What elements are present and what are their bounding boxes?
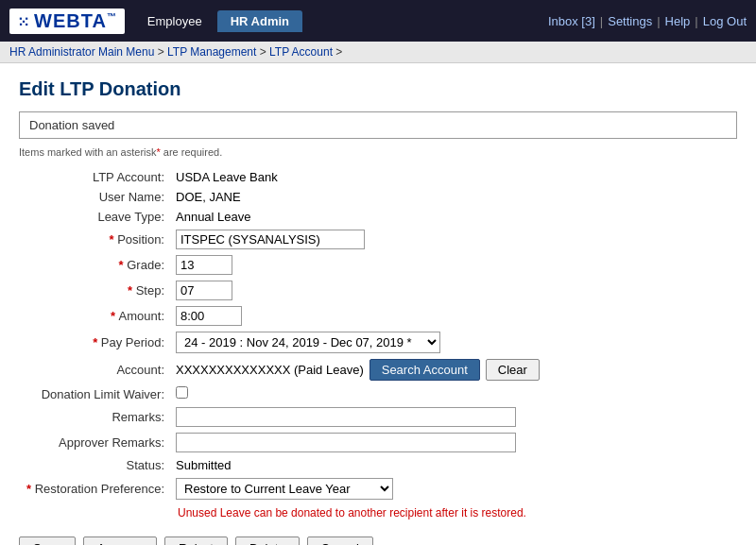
tab-employee[interactable]: Employee	[134, 10, 215, 32]
main-content: Edit LTP Donation Donation saved Items m…	[0, 63, 756, 545]
pay-period-select[interactable]: 24 - 2019 : Nov 24, 2019 - Dec 07, 2019 …	[176, 332, 440, 353]
restoration-row: * Restoration Preference: Restore to Cur…	[19, 475, 737, 502]
donation-limit-label: Donation Limit Waiver:	[19, 383, 170, 404]
logo-area: ⁙WEBTA™ Employee HR Admin	[9, 9, 302, 34]
action-buttons: Save Approve Reject Delete Cancel	[19, 536, 737, 545]
form-table: LTP Account: USDA Leave Bank User Name: …	[19, 167, 737, 502]
position-row: * Position:	[19, 227, 737, 252]
unused-leave-note: Unused Leave can be donated to another r…	[178, 506, 737, 519]
breadcrumb: HR Administrator Main Menu > LTP Managem…	[0, 42, 756, 63]
amount-input[interactable]	[176, 306, 242, 326]
account-label: Account:	[19, 356, 170, 383]
grade-row: * Grade:	[19, 252, 737, 278]
donation-limit-row: Donation Limit Waiver:	[19, 383, 737, 404]
remarks-input[interactable]	[176, 407, 516, 427]
step-label: * Step:	[19, 278, 170, 303]
approver-remarks-row: Approver Remarks:	[19, 430, 737, 455]
settings-link[interactable]: Settings	[608, 14, 652, 28]
ltp-account-value: USDA Leave Bank	[170, 167, 737, 187]
pay-period-label: * Pay Period:	[19, 329, 170, 356]
delete-button[interactable]: Delete	[235, 536, 300, 545]
user-name-row: User Name: DOE, JANE	[19, 187, 737, 207]
leave-type-value: Annual Leave	[170, 207, 737, 227]
approve-button[interactable]: Approve	[83, 536, 157, 545]
status-row: Status: Submitted	[19, 455, 737, 475]
account-value: XXXXXXXXXXXXXX (Paid Leave)	[176, 363, 364, 377]
position-label: * Position:	[19, 227, 170, 252]
grade-label: * Grade:	[19, 252, 170, 278]
remarks-label: Remarks:	[19, 404, 170, 430]
grade-input[interactable]	[176, 255, 232, 275]
help-link[interactable]: Help	[665, 14, 691, 28]
account-field-row: XXXXXXXXXXXXXX (Paid Leave) Search Accou…	[176, 359, 731, 381]
required-note: Items marked with an asterisk* are requi…	[19, 146, 737, 158]
logo-text: WEBTA	[34, 10, 107, 31]
pay-period-row: * Pay Period: 24 - 2019 : Nov 24, 2019 -…	[19, 329, 737, 356]
user-name-label: User Name:	[19, 187, 170, 207]
save-button[interactable]: Save	[19, 536, 76, 545]
dots-icon: ⁙	[17, 14, 30, 30]
inbox-link[interactable]: Inbox [3]	[548, 14, 595, 28]
amount-row: * Amount:	[19, 303, 737, 329]
page-title: Edit LTP Donation	[19, 78, 737, 100]
nav-tabs: Employee HR Admin	[134, 10, 302, 32]
reject-button[interactable]: Reject	[164, 536, 228, 545]
ltp-account-label: LTP Account:	[19, 167, 170, 187]
user-name-value: DOE, JANE	[170, 187, 737, 207]
step-row: * Step:	[19, 278, 737, 303]
approver-remarks-label: Approver Remarks:	[19, 430, 170, 455]
donation-limit-checkbox[interactable]	[176, 386, 188, 399]
cancel-button[interactable]: Cancel	[307, 536, 373, 545]
app-logo: ⁙WEBTA™	[9, 9, 125, 34]
remarks-row: Remarks:	[19, 404, 737, 430]
restoration-select[interactable]: Restore to Current Leave Year	[176, 478, 393, 500]
leave-type-row: Leave Type: Annual Leave	[19, 207, 737, 227]
donation-saved-message: Donation saved	[19, 111, 737, 139]
leave-type-label: Leave Type:	[19, 207, 170, 227]
logo-tm: ™	[107, 11, 117, 22]
breadcrumb-ltp-management[interactable]: LTP Management	[167, 45, 256, 59]
header-right: Inbox [3] | Settings | Help | Log Out	[548, 14, 747, 28]
app-header: ⁙WEBTA™ Employee HR Admin Inbox [3] | Se…	[0, 0, 756, 42]
breadcrumb-ltp-account[interactable]: LTP Account	[269, 45, 333, 59]
account-row: Account: XXXXXXXXXXXXXX (Paid Leave) Sea…	[19, 356, 737, 383]
search-account-button[interactable]: Search Account	[369, 359, 480, 381]
restoration-label: * Restoration Preference:	[19, 475, 170, 502]
tab-hradmin[interactable]: HR Admin	[217, 10, 302, 32]
clear-button[interactable]: Clear	[486, 359, 540, 381]
position-input[interactable]	[176, 230, 365, 249]
ltp-account-row: LTP Account: USDA Leave Bank	[19, 167, 737, 187]
status-value: Submitted	[170, 455, 737, 475]
status-label: Status:	[19, 455, 170, 475]
amount-label: * Amount:	[19, 303, 170, 329]
breadcrumb-home[interactable]: HR Administrator Main Menu	[9, 45, 154, 59]
approver-remarks-input[interactable]	[176, 433, 516, 452]
logout-link[interactable]: Log Out	[703, 14, 747, 28]
step-input[interactable]	[176, 281, 232, 300]
